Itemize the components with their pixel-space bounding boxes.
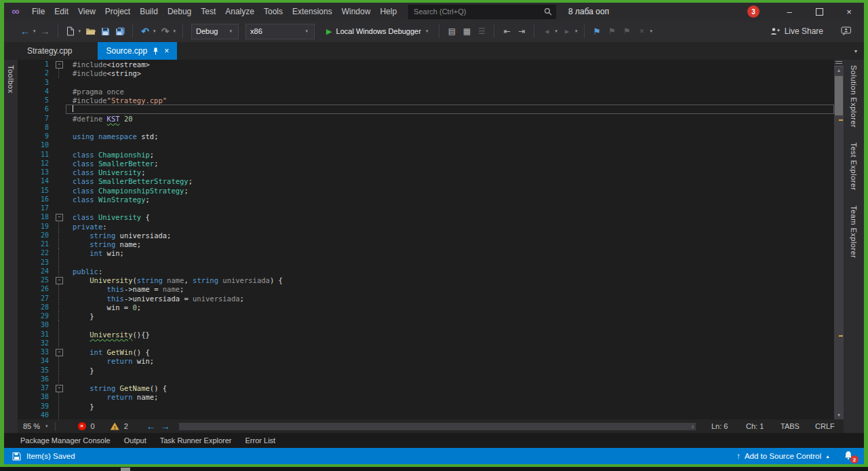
solution-platform-dropdown[interactable]: x86 ▾ xyxy=(245,24,315,39)
code-line-28[interactable]: 28 win = 0; xyxy=(18,303,834,312)
live-share-button[interactable]: Live Share xyxy=(770,26,823,36)
code-line-32[interactable]: 32 xyxy=(18,339,834,347)
add-to-source-control-button[interactable]: Add to Source Control xyxy=(745,452,821,460)
fold-collapse-icon[interactable]: - xyxy=(56,349,63,356)
next-bookmark-button[interactable]: ⚑ xyxy=(619,23,634,39)
code-line-12[interactable]: 12class SmallerBetter; xyxy=(18,159,834,168)
code-line-15[interactable]: 15class ChampionshipStrategy; xyxy=(18,186,834,195)
start-debugging-button[interactable]: ▶ Local Windows Debugger ▾ xyxy=(322,27,434,36)
navigate-forward-button[interactable]: → xyxy=(38,23,53,39)
code-line-38[interactable]: 38 return name; xyxy=(18,392,834,401)
save-all-button[interactable] xyxy=(113,23,127,39)
search-icon[interactable] xyxy=(544,7,552,16)
close-tab-icon[interactable]: × xyxy=(164,46,169,56)
tabs-indicator[interactable]: TABS xyxy=(781,422,804,430)
fold-collapse-icon[interactable]: - xyxy=(56,61,63,69)
code-line-13[interactable]: 13class University; xyxy=(18,168,834,176)
notification-badge[interactable]: 3 xyxy=(747,5,760,18)
vertical-scrollbar[interactable]: ▴ ▾ xyxy=(834,60,844,419)
tab-source-cpp[interactable]: Source.cpp × xyxy=(98,42,177,60)
tool-tab-test-explorer[interactable]: Test Explorer xyxy=(850,143,858,191)
fold-margin[interactable]: - xyxy=(54,347,66,356)
menu-analyze[interactable]: Analyze xyxy=(220,3,259,20)
warning-icon[interactable]: ! xyxy=(111,423,119,430)
code-line-25[interactable]: 25- University(string name, string unive… xyxy=(18,276,834,284)
redo-dropdown-icon[interactable]: ▾ xyxy=(174,29,176,34)
fold-collapse-icon[interactable]: - xyxy=(56,277,63,284)
pin-icon[interactable] xyxy=(153,48,159,55)
code-line-20[interactable]: 20 string universiada; xyxy=(18,231,834,240)
code-line-8[interactable]: 8 xyxy=(18,123,834,132)
nav-forward-arrow[interactable]: → xyxy=(161,421,170,432)
code-line-23[interactable]: 23 xyxy=(18,258,834,267)
scrollbar-thumb[interactable] xyxy=(835,76,843,115)
code-line-21[interactable]: 21 string name; xyxy=(18,240,834,248)
navigate-forward-dropdown-icon[interactable]: ▾ xyxy=(575,29,578,34)
tool-tab-solution-explorer[interactable]: Solution Explorer xyxy=(850,65,858,128)
code-line-14[interactable]: 14class SmallerBetterStrategy; xyxy=(18,176,834,185)
close-button[interactable]: × xyxy=(834,3,864,20)
clear-bookmarks-button[interactable]: × xyxy=(634,23,649,39)
code-line-11[interactable]: 11class Championship; xyxy=(18,150,834,159)
solution-configuration-dropdown[interactable]: Debug ▾ xyxy=(191,24,239,39)
vs-logo-icon[interactable]: ∞ xyxy=(4,5,27,18)
notifications-bell-button[interactable]: 2 xyxy=(844,451,856,461)
panel-tab-output[interactable]: Output xyxy=(124,436,146,445)
tab-strategy-cpp[interactable]: Strategy.cpp xyxy=(19,42,80,60)
fold-margin[interactable]: - xyxy=(54,383,66,392)
indent-button[interactable]: ⇥ xyxy=(514,23,529,39)
code-line-17[interactable]: 17 xyxy=(18,204,834,212)
tab-list-dropdown-icon[interactable]: ▾ xyxy=(854,48,857,54)
menu-extensions[interactable]: Extensions xyxy=(288,3,337,20)
code-line-1[interactable]: 1-#include<iostream> xyxy=(18,60,834,69)
eol-indicator[interactable]: CRLF xyxy=(815,422,838,430)
fold-margin[interactable]: - xyxy=(54,212,66,221)
zoom-dropdown-icon[interactable]: ▾ xyxy=(45,423,48,429)
send-feedback-icon[interactable] xyxy=(841,26,852,36)
code-line-35[interactable]: 35 } xyxy=(18,366,834,375)
code-line-40[interactable]: 40 xyxy=(18,411,834,419)
tool-tab-toolbox[interactable]: Toolbox xyxy=(7,65,15,93)
apply-code-changes-button[interactable]: ▤ xyxy=(444,23,459,39)
code-line-19[interactable]: 19private: xyxy=(18,222,834,231)
tool-tab-team-explorer[interactable]: Team Explorer xyxy=(850,206,858,258)
code-line-33[interactable]: 33- int GetWin() { xyxy=(18,347,834,356)
code-line-9[interactable]: 9using namespace std; xyxy=(18,132,834,140)
open-file-button[interactable] xyxy=(83,23,98,39)
search-box[interactable] xyxy=(408,5,556,19)
fold-collapse-icon[interactable]: - xyxy=(56,385,63,392)
code-line-24[interactable]: 24public: xyxy=(18,267,834,276)
code-line-30[interactable]: 30 xyxy=(18,320,834,329)
maximize-button[interactable] xyxy=(804,3,834,20)
save-button[interactable] xyxy=(98,23,113,39)
source-control-caret-icon[interactable]: ▲ xyxy=(825,454,830,459)
code-line-36[interactable]: 36 xyxy=(18,375,834,383)
error-icon[interactable]: × xyxy=(78,422,86,430)
code-line-5[interactable]: 5#include"Strategy.cpp" xyxy=(18,96,834,105)
error-count[interactable]: 0 xyxy=(91,422,95,430)
code-line-10[interactable]: 10 xyxy=(18,140,834,149)
screenshot-button[interactable]: ▦ xyxy=(459,23,474,39)
code-line-26[interactable]: 26 this->name = name; xyxy=(18,284,834,293)
warning-count[interactable]: 2 xyxy=(124,422,128,430)
scroll-up-icon[interactable]: ▴ xyxy=(834,67,844,73)
fold-margin[interactable]: - xyxy=(54,276,66,284)
code-line-29[interactable]: 29 } xyxy=(18,312,834,320)
code-line-39[interactable]: 39 } xyxy=(18,402,834,411)
horizontal-scrollbar[interactable]: › xyxy=(179,423,696,430)
toolbar-overflow-icon[interactable]: ▾ xyxy=(650,29,652,34)
code-line-7[interactable]: 7#define KST 20 xyxy=(18,114,834,123)
scroll-down-icon[interactable]: ▾ xyxy=(834,412,844,418)
navigate-back-in-code-button[interactable]: ◂ xyxy=(539,23,554,39)
previous-bookmark-button[interactable]: ⚑ xyxy=(604,23,619,39)
minimize-button[interactable]: – xyxy=(774,3,804,20)
undo-button[interactable]: ↶ xyxy=(138,23,153,39)
code-line-3[interactable]: 3 xyxy=(18,78,834,87)
menu-build[interactable]: Build xyxy=(135,3,163,20)
code-line-18[interactable]: 18-class University { xyxy=(18,212,834,221)
navigate-forward-in-code-button[interactable]: ▸ xyxy=(559,23,574,39)
new-file-dropdown-icon[interactable]: ▾ xyxy=(79,29,81,34)
panel-tab-error-list[interactable]: Error List xyxy=(245,436,276,445)
toggle-bookmark-button[interactable]: ⚑ xyxy=(589,23,604,39)
h-scroll-right-icon[interactable]: › xyxy=(692,423,696,430)
